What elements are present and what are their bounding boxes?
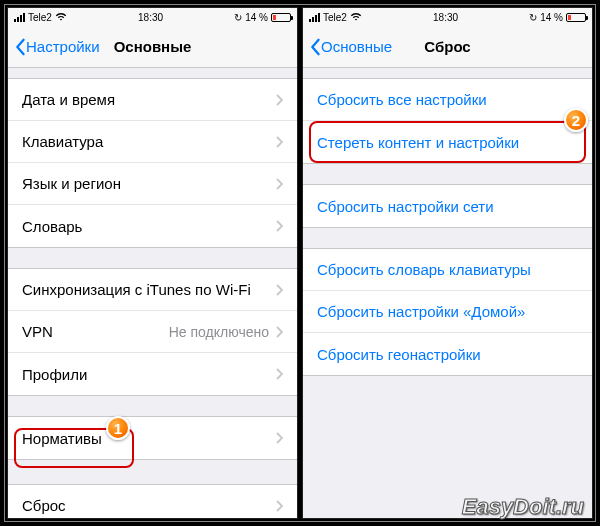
chevron-left-icon xyxy=(14,38,26,56)
annotation-badge-1: 1 xyxy=(106,416,130,440)
wifi-icon xyxy=(350,12,362,23)
carrier-label: Tele2 xyxy=(28,12,52,23)
signal-bars-icon xyxy=(14,13,25,22)
row-reset-all-settings[interactable]: Сбросить все настройки xyxy=(303,79,592,121)
signal-bars-icon xyxy=(309,13,320,22)
chevron-right-icon xyxy=(275,432,283,444)
row-reset-network[interactable]: Сбросить настройки сети xyxy=(303,185,592,227)
row-reset[interactable]: Сброс xyxy=(8,485,297,518)
settings-list: Дата и время Клавиатура Язык и регион Сл… xyxy=(8,68,297,518)
chevron-right-icon xyxy=(275,94,283,106)
chevron-right-icon xyxy=(275,368,283,380)
row-date-time[interactable]: Дата и время xyxy=(8,79,297,121)
phone-general-settings: Tele2 18:30 ↻ 14 % Настройки Основные Да… xyxy=(7,7,298,519)
row-language-region[interactable]: Язык и регион xyxy=(8,163,297,205)
nav-bar: Основные Сброс xyxy=(303,26,592,68)
battery-icon xyxy=(566,13,586,22)
annotation-badge-2: 2 xyxy=(564,108,588,132)
row-itunes-wifi-sync[interactable]: Синхронизация с iTunes по Wi-Fi xyxy=(8,269,297,311)
orientation-lock-icon: ↻ xyxy=(529,12,537,23)
phone-reset-settings: Tele2 18:30 ↻ 14 % Основные Сброс Сброси… xyxy=(302,7,593,519)
clock: 18:30 xyxy=(138,12,163,23)
row-reset-keyboard-dict[interactable]: Сбросить словарь клавиатуры xyxy=(303,249,592,291)
chevron-right-icon xyxy=(275,284,283,296)
vpn-status: Не подключено xyxy=(169,324,269,340)
back-button[interactable]: Настройки xyxy=(14,38,100,56)
carrier-label: Tele2 xyxy=(323,12,347,23)
chevron-left-icon xyxy=(309,38,321,56)
row-keyboard[interactable]: Клавиатура xyxy=(8,121,297,163)
battery-percent: 14 % xyxy=(540,12,563,23)
battery-percent: 14 % xyxy=(245,12,268,23)
row-reset-location[interactable]: Сбросить геонастройки xyxy=(303,333,592,375)
back-label: Настройки xyxy=(26,38,100,55)
row-vpn[interactable]: VPNНе подключено xyxy=(8,311,297,353)
clock: 18:30 xyxy=(433,12,458,23)
chevron-right-icon xyxy=(275,178,283,190)
status-bar: Tele2 18:30 ↻ 14 % xyxy=(303,8,592,26)
row-profiles[interactable]: Профили xyxy=(8,353,297,395)
orientation-lock-icon: ↻ xyxy=(234,12,242,23)
reset-list: Сбросить все настройки Стереть контент и… xyxy=(303,68,592,518)
chevron-right-icon xyxy=(275,220,283,232)
chevron-right-icon xyxy=(275,136,283,148)
back-button[interactable]: Основные xyxy=(309,38,392,56)
status-bar: Tele2 18:30 ↻ 14 % xyxy=(8,8,297,26)
chevron-right-icon xyxy=(275,326,283,338)
back-label: Основные xyxy=(321,38,392,55)
nav-bar: Настройки Основные xyxy=(8,26,297,68)
row-regulatory[interactable]: Нормативы xyxy=(8,417,297,459)
wifi-icon xyxy=(55,12,67,23)
battery-icon xyxy=(271,13,291,22)
watermark: EasyDoit.ru xyxy=(462,494,584,520)
row-erase-content-settings[interactable]: Стереть контент и настройки xyxy=(303,121,592,163)
row-dictionary[interactable]: Словарь xyxy=(8,205,297,247)
chevron-right-icon xyxy=(275,500,283,512)
row-reset-home-layout[interactable]: Сбросить настройки «Домой» xyxy=(303,291,592,333)
